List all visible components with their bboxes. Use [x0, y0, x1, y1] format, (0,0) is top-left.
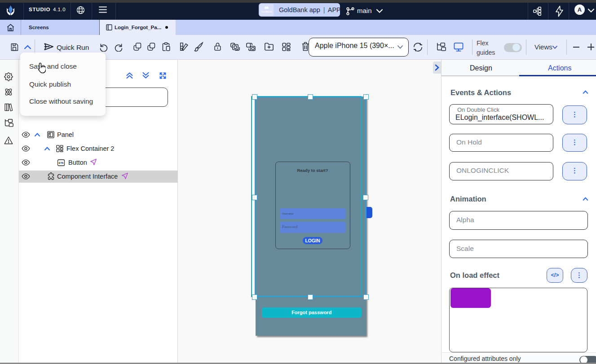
- svg-text:GoldBank: GoldBank: [261, 10, 272, 13]
- svg-text:BTN: BTN: [59, 162, 64, 164]
